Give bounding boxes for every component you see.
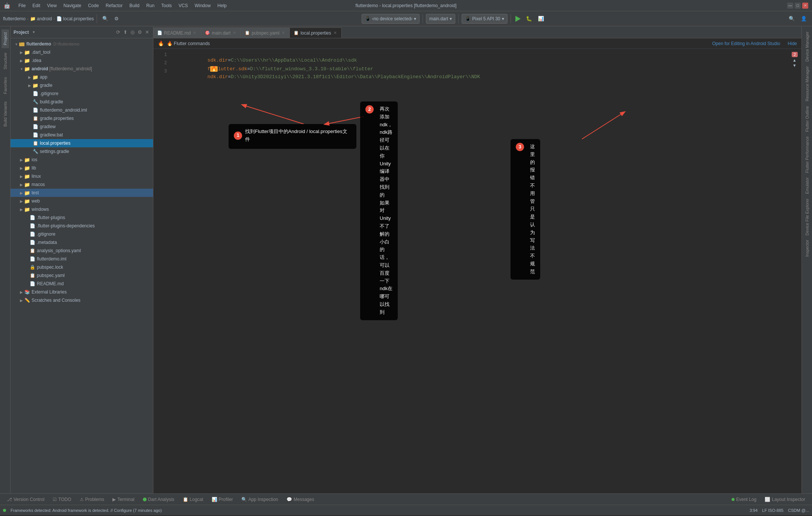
tree-item-pubspec-yaml[interactable]: 📋 pubspec.yaml	[11, 271, 153, 280]
toggle-flutterdemo[interactable]: ▾	[14, 41, 19, 47]
menu-file[interactable]: File	[15, 2, 29, 9]
framework-status-text[interactable]: Frameworks detected: Android framework i…	[11, 508, 162, 513]
tree-item-gitignore1[interactable]: 📄 .gitignore	[11, 89, 153, 98]
menu-code[interactable]: Code	[85, 2, 102, 9]
tab-readme-close[interactable]: ✕	[192, 30, 197, 35]
bottom-tab-event-log[interactable]: Event Log	[728, 495, 760, 504]
main-dart-selector[interactable]: main.dart ▾	[426, 14, 455, 24]
tree-item-lib[interactable]: ▶ 📁 lib	[11, 164, 153, 172]
tree-item-flutter-plugins[interactable]: 📄 .flutter-plugins	[11, 213, 153, 222]
hide-btn[interactable]: Hide	[788, 41, 797, 46]
tab-pubspec[interactable]: 📋 pubspec.yaml ✕	[241, 27, 290, 38]
bottom-tab-version-control[interactable]: ⎇ Version Control	[3, 495, 48, 504]
menu-build[interactable]: Build	[126, 2, 142, 9]
toggle-external-libs[interactable]: ▶	[19, 289, 24, 295]
breadcrumb-project[interactable]: flutterdemo	[3, 16, 26, 21]
tree-item-app[interactable]: ▶ 📁 app	[11, 73, 153, 81]
flutter-outline-tab[interactable]: Flutter Outline	[803, 104, 811, 134]
tree-item-readme[interactable]: 📄 README.md	[11, 280, 153, 288]
toggle-test[interactable]: ▶	[19, 190, 24, 195]
toggle-idea[interactable]: ▶	[19, 58, 24, 63]
tree-item-gradlew[interactable]: 📄 gradlew	[11, 123, 153, 131]
csdm-status[interactable]: CSDM @...	[788, 508, 809, 513]
tree-item-pubspec-lock[interactable]: 🔒 pubspec.lock	[11, 263, 153, 271]
resource-manager-tab[interactable]: Resource Manager	[803, 64, 811, 104]
tree-item-flutter-plugins-dep[interactable]: 📄 .flutter-plugins-dependencies	[11, 222, 153, 230]
menu-refactor[interactable]: Refactor	[103, 2, 126, 9]
tree-item-gradlew-bat[interactable]: 📄 gradlew.bat	[11, 131, 153, 139]
tree-item-flutterdemo-iml[interactable]: 📄 flutterdemo.iml	[11, 255, 153, 263]
menu-run[interactable]: Run	[143, 2, 158, 9]
toggle-lib[interactable]: ▶	[19, 165, 24, 171]
device-selector[interactable]: 📱 ‹no device selected› ▾	[362, 14, 420, 24]
flutter-performance-tab[interactable]: Flutter Performance	[803, 134, 811, 175]
toggle-ios[interactable]: ▶	[19, 157, 24, 162]
locate-file-btn[interactable]: ◎	[130, 29, 135, 36]
toggle-gradle[interactable]: ▶	[27, 83, 32, 88]
tree-item-android[interactable]: ▾ 📁 android [flutterdemo_android]	[11, 65, 153, 73]
tree-item-gradle[interactable]: ▶ 📁 gradle	[11, 81, 153, 89]
tree-item-linux[interactable]: ▶ 📁 linux	[11, 172, 153, 180]
find-btn[interactable]: 🔍	[786, 15, 797, 23]
tab-main-dart[interactable]: 🎯 main.dart ✕	[201, 27, 241, 38]
bottom-tab-messages[interactable]: 💬 Messages	[283, 495, 318, 504]
structure-panel-toggle[interactable]: Structure	[2, 50, 9, 73]
tab-local-properties[interactable]: 📋 local.properties ✕	[290, 27, 341, 38]
tree-item-windows[interactable]: ▶ 📁 windows	[11, 205, 153, 213]
menu-help[interactable]: Help	[214, 2, 230, 9]
bottom-tab-terminal[interactable]: ▶ Terminal	[109, 495, 138, 504]
toggle-scratches[interactable]: ▶	[19, 298, 24, 303]
maximize-button[interactable]: □	[795, 3, 801, 9]
toggle-web[interactable]: ▶	[19, 198, 24, 204]
toggle-linux[interactable]: ▶	[19, 174, 24, 179]
tree-item-gradle-props[interactable]: 📋 gradle.properties	[11, 114, 153, 123]
inspector-tab[interactable]: Inspector	[803, 238, 811, 259]
open-for-editing-btn[interactable]: Open for Editing in Android Studio	[712, 41, 780, 46]
tab-pubspec-close[interactable]: ✕	[281, 30, 286, 35]
favorites-toggle[interactable]: Favorites	[2, 74, 9, 97]
tree-item-settings-gradle[interactable]: 🔧 settings.gradle	[11, 147, 153, 156]
tree-item-gitignore2[interactable]: 📄 .gitignore	[11, 230, 153, 238]
bottom-tab-problems[interactable]: ⚠ Problems	[76, 495, 108, 504]
tree-item-dart-tool[interactable]: ▶ 📁 .dart_tool	[11, 48, 153, 56]
close-button[interactable]: ✕	[802, 3, 808, 9]
toggle-dart-tool[interactable]: ▶	[19, 50, 24, 55]
search-everywhere-btn[interactable]: 🔍	[100, 15, 111, 23]
run-button[interactable]	[514, 15, 522, 23]
menu-window[interactable]: Window	[192, 2, 214, 9]
project-panel-toggle[interactable]: Project	[2, 29, 9, 48]
build-variants-toggle[interactable]: Build Variants	[2, 98, 9, 130]
toggle-macos[interactable]: ▶	[19, 182, 24, 187]
menu-vcs[interactable]: VCS	[176, 2, 191, 9]
tree-item-test[interactable]: ▶ 📁 test	[11, 189, 153, 197]
tree-item-macos[interactable]: ▶ 📁 macos	[11, 180, 153, 189]
debug-btn[interactable]: 🐛	[524, 15, 534, 23]
collapse-all-btn[interactable]: ⬆	[123, 29, 128, 36]
bottom-tab-profiler[interactable]: 📊 Profiler	[208, 495, 237, 504]
device-manager-tab[interactable]: Device Manager	[803, 29, 811, 64]
tree-item-scratches[interactable]: ▶ ✏️ Scratches and Consoles	[11, 296, 153, 304]
tree-item-iml[interactable]: 📄 flutterdemo_android.iml	[11, 106, 153, 114]
tab-readme[interactable]: 📄 README.md ✕	[153, 27, 201, 38]
profile-btn[interactable]: 📊	[536, 15, 546, 23]
tab-main-dart-close[interactable]: ✕	[232, 30, 237, 35]
menu-navigate[interactable]: Navigate	[61, 2, 84, 9]
bottom-tab-app-inspection[interactable]: 🔍 App Inspection	[238, 495, 282, 504]
user-icon[interactable]: 👤	[798, 15, 809, 23]
toggle-android[interactable]: ▾	[19, 66, 24, 71]
error-nav-up[interactable]: ▲	[791, 58, 798, 62]
tree-item-build-gradle[interactable]: 🔧 build.gradle	[11, 98, 153, 106]
settings-btn[interactable]: ⚙	[112, 15, 121, 23]
encoding-status[interactable]: LF ISO-885	[762, 508, 783, 513]
minimize-button[interactable]: —	[787, 3, 793, 9]
toggle-app[interactable]: ▶	[27, 74, 32, 80]
close-panel-btn[interactable]: ✕	[144, 29, 150, 36]
bottom-tab-layout-inspector[interactable]: ⬜ Layout Inspector	[761, 495, 809, 504]
error-nav-down[interactable]: ▼	[791, 63, 798, 68]
tree-item-flutterdemo[interactable]: ▾ flutterdemo D:\flutterdemo	[11, 40, 153, 48]
emulator-selector[interactable]: 📱 Pixel 5 API 30 ▾	[462, 14, 508, 24]
project-view-dropdown[interactable]: ▾	[33, 30, 35, 35]
tree-item-idea[interactable]: ▶ 📁 .idea	[11, 56, 153, 65]
device-file-explorer-tab[interactable]: Device File Explorer	[803, 196, 811, 238]
tree-item-analysis-yaml[interactable]: 📋 analysis_options.yaml	[11, 247, 153, 255]
